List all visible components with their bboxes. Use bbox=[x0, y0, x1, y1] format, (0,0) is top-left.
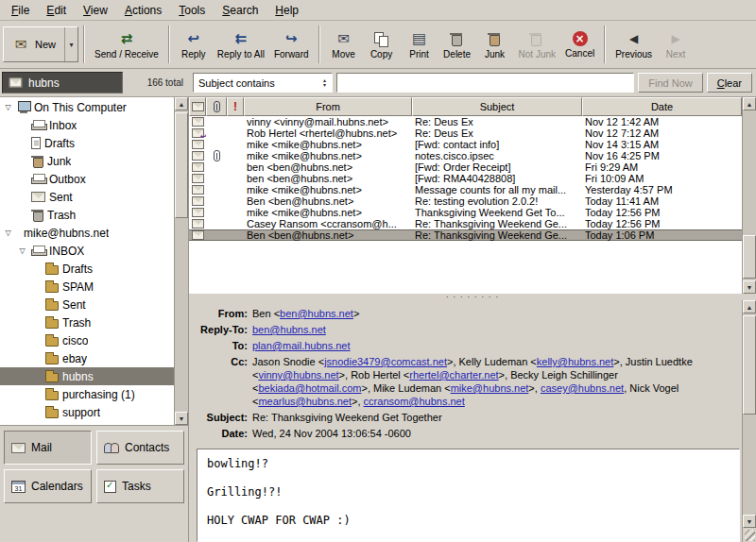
new-message-button[interactable]: New ▾ bbox=[3, 26, 78, 62]
folder-tree-scrollbar[interactable]: ▲ ▼ bbox=[174, 97, 188, 425]
scroll-up-icon[interactable]: ▲ bbox=[743, 300, 756, 313]
message-row[interactable]: mike <mike@hubns.net>Message counts for … bbox=[189, 184, 742, 195]
folder-item-drafts[interactable]: Drafts bbox=[0, 260, 174, 278]
message-row[interactable]: Rob Hertel <rhertel@hubns.net>Re: Deus E… bbox=[189, 127, 742, 139]
message-row[interactable]: Casey Ransom <ccransom@h...Re: Thanksgiv… bbox=[189, 218, 742, 229]
junk-button[interactable]: Junk bbox=[476, 23, 514, 66]
cc-email-link[interactable]: casey@hubns.net bbox=[541, 382, 624, 394]
from-email-link[interactable]: ben@hubns.net bbox=[280, 308, 353, 319]
folder-item-on-this-computer[interactable]: ▽On This Computer bbox=[0, 98, 174, 116]
folder-item-spam[interactable]: SPAM bbox=[0, 278, 174, 296]
cc-email-link[interactable]: jsnodie3479@comcast.net bbox=[324, 356, 447, 367]
column-header-from[interactable]: From bbox=[244, 97, 412, 116]
message-row[interactable]: mike <mike@hubns.net>notes.cisco.ipsecNo… bbox=[189, 150, 742, 161]
column-header-envelope-column[interactable] bbox=[189, 97, 206, 116]
menu-search[interactable]: Search bbox=[214, 1, 266, 20]
message-row[interactable]: Ben <ben@hubns.net>Re: Thanksgiving Week… bbox=[189, 229, 742, 241]
reply-button[interactable]: Reply bbox=[175, 23, 213, 66]
switcher-mail-button[interactable]: Mail bbox=[4, 431, 92, 465]
folder-tree-container: ▽On This ComputerInboxDraftsJunkOutboxSe… bbox=[0, 97, 188, 425]
resize-grip[interactable] bbox=[742, 528, 756, 542]
message-row[interactable]: mike <mike@hubns.net>[Fwd: contact info]… bbox=[189, 139, 742, 150]
cc-email-link[interactable]: ccransom@hubns.net bbox=[364, 396, 465, 407]
scroll-thumb[interactable] bbox=[175, 112, 188, 218]
menu-view[interactable]: View bbox=[75, 1, 116, 20]
pane-splitter-handle[interactable] bbox=[189, 294, 756, 300]
folder-item-inbox[interactable]: ▽INBOX bbox=[0, 242, 174, 260]
cc-email-link[interactable]: mearlus@hubns.net bbox=[258, 396, 352, 407]
column-header-date[interactable]: Date bbox=[582, 97, 742, 116]
move-button[interactable]: Move bbox=[325, 23, 363, 66]
copy-button[interactable]: Copy bbox=[363, 23, 401, 66]
folder-item-sent[interactable]: Sent bbox=[0, 296, 174, 313]
scroll-track[interactable] bbox=[743, 313, 756, 515]
folder-item-ebay[interactable]: ebay bbox=[0, 349, 174, 367]
folder-item-drafts[interactable]: Drafts bbox=[0, 134, 174, 152]
message-list-scrollbar[interactable]: ▲ ▼ bbox=[742, 97, 756, 294]
column-header-important-column[interactable] bbox=[227, 97, 244, 116]
cc-email-link[interactable]: rhertel@charter.net bbox=[409, 369, 498, 381]
scroll-down-icon[interactable]: ▼ bbox=[743, 515, 756, 528]
scroll-track[interactable] bbox=[743, 110, 756, 280]
delete-button[interactable]: Delete bbox=[438, 23, 476, 66]
toolbar-button-label: Cancel bbox=[565, 48, 594, 59]
expander-open-icon[interactable]: ▽ bbox=[3, 103, 13, 111]
folder-item-outbox[interactable]: Outbox bbox=[0, 170, 174, 188]
folder-item-trash[interactable]: Trash bbox=[0, 313, 174, 331]
folder-item-hubns[interactable]: hubns bbox=[0, 367, 174, 385]
toolbar-button-label: Reply bbox=[181, 49, 206, 59]
forward-button[interactable]: Forward bbox=[269, 23, 314, 66]
cc-email-link[interactable]: kelly@hubns.net bbox=[537, 356, 614, 367]
menu-edit[interactable]: Edit bbox=[38, 1, 75, 20]
expander-open-icon[interactable]: ▽ bbox=[3, 229, 13, 237]
search-input[interactable] bbox=[336, 73, 634, 93]
folder-item-mike@hubns.net[interactable]: ▽mike@hubns.net bbox=[0, 224, 174, 242]
message-row[interactable]: ben <ben@hubns.net>[Fwd: Order Receipt]F… bbox=[189, 161, 742, 173]
send-receive-button[interactable]: Send / Receive bbox=[90, 23, 163, 66]
folder-item-inbox[interactable]: Inbox bbox=[0, 116, 174, 134]
print-button[interactable]: Print bbox=[401, 23, 438, 66]
menu-file[interactable]: File bbox=[3, 1, 38, 20]
folder-item-junk[interactable]: Junk bbox=[0, 152, 174, 170]
message-row[interactable]: vinny <vinny@mail.hubns.net>Re: Deus ExN… bbox=[189, 116, 742, 127]
new-dropdown-arrow-icon[interactable]: ▾ bbox=[64, 27, 77, 61]
clear-button[interactable]: Clear bbox=[707, 73, 752, 93]
scroll-thumb[interactable] bbox=[743, 315, 756, 415]
folder-item-support[interactable]: support bbox=[0, 403, 174, 421]
menu-help[interactable]: Help bbox=[266, 1, 307, 20]
expander-open-icon[interactable]: ▽ bbox=[17, 246, 27, 255]
preview-scrollbar[interactable]: ▲ ▼ bbox=[742, 300, 756, 528]
cc-email-link[interactable]: bekiada@hotmail.com bbox=[258, 382, 361, 394]
column-header-flag-column[interactable] bbox=[206, 97, 227, 116]
column-header-subject[interactable]: Subject bbox=[412, 97, 582, 116]
cc-email-link[interactable]: vinny@hubns.net bbox=[258, 369, 338, 381]
folder-item-sent[interactable]: Sent bbox=[0, 188, 174, 206]
message-from: ben <ben@hubns.net> bbox=[244, 173, 412, 184]
switcher-calendars-button[interactable]: Calendars bbox=[4, 469, 92, 503]
scroll-down-icon[interactable]: ▼ bbox=[743, 280, 756, 294]
to-email-link[interactable]: plan@mail.hubns.net bbox=[252, 340, 351, 351]
scroll-thumb[interactable] bbox=[743, 235, 756, 279]
scroll-down-icon[interactable]: ▼ bbox=[175, 412, 188, 425]
cc-email-link[interactable]: mike@hubns.net bbox=[451, 382, 529, 394]
find-now-button[interactable]: Find Now bbox=[638, 73, 702, 93]
reply-to-all-button[interactable]: Reply to All bbox=[213, 23, 269, 66]
scroll-up-icon[interactable]: ▲ bbox=[743, 97, 756, 110]
scroll-track[interactable] bbox=[175, 110, 188, 412]
folder-item-cisco[interactable]: cisco bbox=[0, 331, 174, 349]
menu-tools[interactable]: Tools bbox=[170, 1, 214, 20]
previous-button[interactable]: Previous bbox=[610, 23, 657, 66]
message-row[interactable]: mike <mike@hubns.net>Thanksgiving Weeken… bbox=[189, 207, 742, 218]
switcher-tasks-button[interactable]: Tasks bbox=[96, 469, 184, 503]
scroll-up-icon[interactable]: ▲ bbox=[175, 97, 188, 110]
search-criteria-dropdown[interactable]: Subject contains ▴▾ bbox=[193, 73, 333, 93]
menu-actions[interactable]: Actions bbox=[116, 1, 170, 20]
reply-to-email-link[interactable]: ben@hubns.net bbox=[252, 324, 326, 335]
folder-item-purchasing-1[interactable]: purchasing (1) bbox=[0, 385, 174, 403]
computer-icon bbox=[17, 101, 30, 113]
message-row[interactable]: Ben <ben@hubns.net>Re: testing evolution… bbox=[189, 195, 742, 207]
switcher-contacts-button[interactable]: Contacts bbox=[96, 431, 184, 465]
cancel-button[interactable]: Cancel bbox=[560, 23, 599, 66]
folder-item-trash[interactable]: Trash bbox=[0, 206, 174, 224]
message-row[interactable]: ben <ben@hubns.net>[Fwd: RMA40428808]Fri… bbox=[189, 173, 742, 184]
